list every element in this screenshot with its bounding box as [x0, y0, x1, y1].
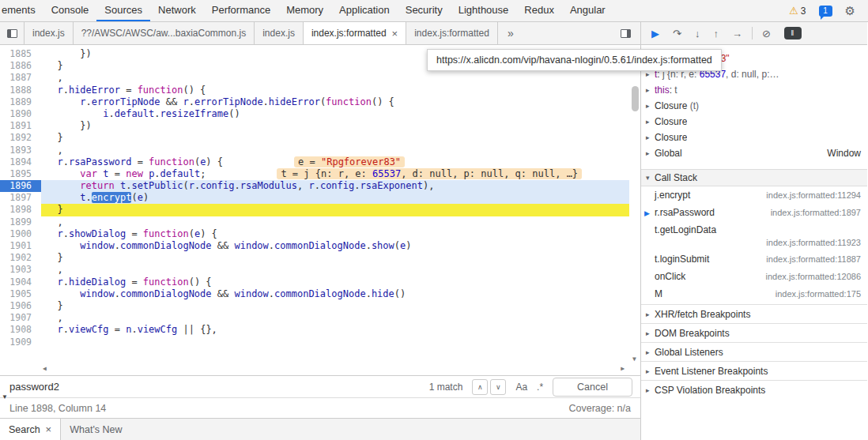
line-number[interactable]: 1906 — [0, 300, 41, 312]
close-tab-icon[interactable]: × — [392, 28, 398, 39]
line-number[interactable]: 1890 — [0, 108, 41, 120]
drawer-tab-search[interactable]: Search× — [0, 419, 61, 440]
tab-redux[interactable]: Redux — [516, 0, 562, 21]
pause-on-exceptions-icon[interactable]: ‖ — [784, 27, 802, 39]
code-line-text[interactable]: , — [41, 312, 629, 324]
line-number[interactable]: 1899 — [0, 216, 41, 228]
line-number[interactable]: 1908 — [0, 324, 41, 336]
call-stack-header[interactable]: ▾ Call Stack — [641, 169, 867, 186]
section-dom-breakpoints[interactable]: ▸DOM Breakpoints — [641, 323, 867, 342]
resume-icon[interactable]: ▶ — [651, 28, 659, 39]
line-number[interactable]: 1897 — [0, 192, 41, 204]
code-line-text[interactable]: }) — [41, 120, 629, 132]
scrollbar-thumb[interactable] — [632, 86, 639, 111]
scope-row[interactable]: ▸GlobalWindow — [641, 145, 867, 161]
code-line-text[interactable]: , — [41, 264, 629, 276]
call-stack-frame[interactable]: t.getLoginDataindex.js:formatted:11923 — [641, 221, 867, 250]
step-icon[interactable]: → — [732, 28, 742, 39]
code-line-text[interactable]: r.viewCfg = n.viewCfg || {}, — [41, 324, 629, 336]
tab-application[interactable]: Application — [331, 0, 398, 21]
line-number[interactable]: 1907 — [0, 312, 41, 324]
call-stack-frame[interactable]: onClickindex.js:formatted:12086 — [641, 268, 867, 285]
call-stack-frame[interactable]: ▶r.rsaPasswordindex.js:formatted:1897 — [641, 204, 867, 221]
horizontal-scrollbar[interactable]: ◀ ▶ — [43, 363, 625, 373]
code-line-text[interactable]: r.hideError = function() { — [41, 85, 629, 96]
code-line-text[interactable] — [41, 337, 629, 348]
issues-badge[interactable]: 1 — [819, 6, 832, 17]
tab-network[interactable]: Network — [150, 0, 204, 21]
show-navigator-icon[interactable] — [0, 22, 24, 44]
close-tab-icon[interactable]: × — [46, 423, 52, 435]
code-line-text[interactable]: } — [41, 252, 629, 264]
step-out-icon[interactable]: ↑ — [713, 28, 719, 39]
scope-row[interactable]: ▸Closure (t) — [641, 98, 867, 114]
section-xhr-fetch-breakpoints[interactable]: ▸XHR/fetch Breakpoints — [641, 304, 867, 323]
tab-sources[interactable]: Sources — [96, 0, 150, 21]
scroll-down-icon[interactable]: ▼ — [632, 355, 636, 363]
line-number[interactable]: 1905 — [0, 288, 41, 300]
code-line-text[interactable]: , — [41, 216, 629, 228]
file-tab-awsc-awsc-aw-baxiacommon-js[interactable]: ??/AWSC/AWSC/aw...baxiaCommon.js — [74, 22, 255, 44]
call-stack-frame[interactable]: j.encryptindex.js:formatted:11294 — [641, 186, 867, 204]
console-warnings-badge[interactable]: ⚠ 3 — [789, 5, 806, 17]
toggle-debugger-pane-icon[interactable] — [611, 22, 640, 44]
call-stack-frame[interactable]: Mindex.js:formatted:175 — [641, 285, 867, 303]
line-number[interactable]: 1891 — [0, 120, 41, 132]
line-number[interactable]: 1889 — [0, 96, 41, 108]
tab-memory[interactable]: Memory — [278, 0, 331, 21]
code-line-text[interactable]: } — [41, 204, 629, 216]
section-csp-violation-breakpoints[interactable]: ▸CSP Violation Breakpoints — [641, 380, 867, 399]
line-number[interactable]: 1896 — [0, 180, 41, 192]
tab-console[interactable]: Console — [43, 0, 97, 21]
deactivate-breakpoints-icon[interactable]: ⊘ — [762, 28, 771, 39]
line-number[interactable]: 1893 — [0, 145, 41, 156]
line-number[interactable]: 1886 — [0, 60, 41, 72]
line-number[interactable]: 1892 — [0, 132, 41, 144]
line-number[interactable]: 1901 — [0, 240, 41, 252]
scope-row[interactable]: ▸this: t — [641, 82, 867, 98]
call-stack-frame[interactable]: t.loginSubmitindex.js:formatted:11887 — [641, 250, 867, 268]
file-tab-index-js[interactable]: index.js — [255, 22, 304, 44]
overflow-chevron-icon[interactable]: » — [501, 22, 520, 44]
file-tab-index-js-formatted[interactable]: index.js:formatted — [406, 22, 498, 44]
cancel-button[interactable]: Cancel — [553, 378, 632, 397]
tab-performance[interactable]: Performance — [204, 0, 278, 21]
drawer-tab-what-s-new[interactable]: What's New — [61, 419, 130, 440]
code-line-text[interactable]: var t = new p.default;t = j {n: r, e: 65… — [41, 168, 629, 180]
code-line-text[interactable]: r.rsaPassword = function(e) {e = "Rpgfor… — [41, 156, 629, 168]
line-number[interactable]: 1894 — [0, 156, 41, 168]
code-line-text[interactable]: } — [41, 300, 629, 312]
line-number[interactable]: 1903 — [0, 264, 41, 276]
step-into-icon[interactable]: ↓ — [695, 28, 700, 39]
vertical-scrollbar[interactable]: ▼ — [629, 45, 640, 363]
scope-row[interactable]: ▸Closure — [641, 130, 867, 145]
next-match-button[interactable]: ∨ — [490, 379, 506, 395]
tab-security[interactable]: Security — [398, 0, 451, 21]
line-number[interactable]: 1909 — [0, 337, 41, 348]
step-over-icon[interactable]: ↷ — [673, 28, 681, 39]
settings-gear-icon[interactable]: ⚙ — [845, 4, 855, 18]
code-line-text[interactable]: i.default.resizeIframe() — [41, 108, 629, 120]
tab-lighthouse[interactable]: Lighthouse — [451, 0, 517, 21]
match-case-toggle[interactable]: Aa — [515, 382, 527, 393]
line-number[interactable]: 1888 — [0, 85, 41, 96]
code-line-text[interactable]: t.encrypt(e) — [41, 192, 629, 204]
regex-toggle[interactable]: .* — [537, 382, 543, 393]
drawer-expand-icon[interactable]: ▼ — [2, 393, 8, 401]
code-line-text[interactable]: window.commonDialogNode && window.common… — [41, 240, 629, 252]
line-number[interactable]: 1895 — [0, 168, 41, 180]
code-line-text[interactable]: , — [41, 72, 629, 84]
code-line-text[interactable]: window.commonDialogNode && window.common… — [41, 288, 629, 300]
code-line-text[interactable]: r.errorTipNode && r.errorTipNode.hideErr… — [41, 96, 629, 108]
line-number[interactable]: 1885 — [0, 48, 41, 60]
line-number[interactable]: 1900 — [0, 228, 41, 240]
file-tab-index-js-formatted[interactable]: index.js:formatted× — [304, 22, 406, 44]
search-input[interactable] — [8, 380, 420, 393]
section-global-listeners[interactable]: ▸Global Listeners — [641, 342, 867, 361]
code-line-text[interactable]: , — [41, 145, 629, 156]
scope-row[interactable]: ▸Closure — [641, 114, 867, 130]
previous-match-button[interactable]: ∧ — [472, 379, 488, 395]
line-number[interactable]: 1898 — [0, 204, 41, 216]
section-event-listener-breakpoints[interactable]: ▸Event Listener Breakpoints — [641, 361, 867, 380]
code-line-text[interactable]: return t.setPublic(r.config.rsaModulus, … — [41, 180, 629, 192]
